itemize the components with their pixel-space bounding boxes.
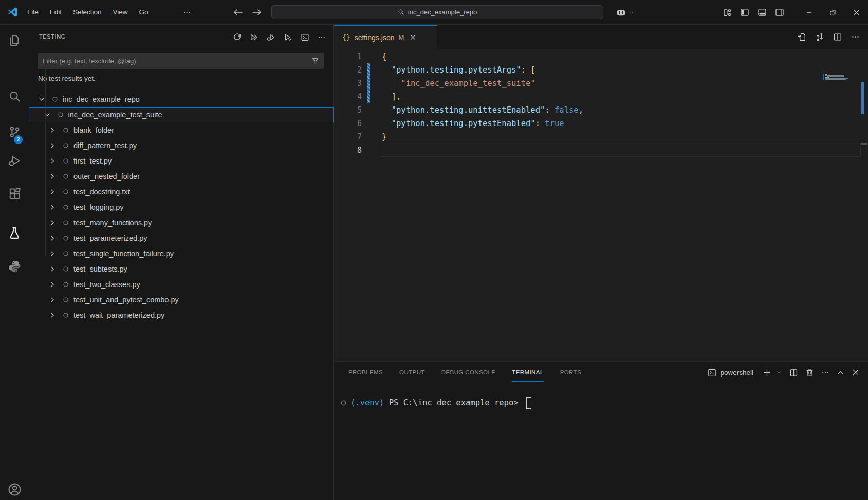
customize-layout-icon[interactable] [718, 0, 736, 25]
extensions-icon[interactable] [0, 180, 29, 207]
test-tree-item[interactable]: test_parameterized.py [29, 230, 334, 246]
chevron-icon[interactable] [48, 249, 57, 258]
test-tree-item[interactable]: test_many_functions.py [29, 215, 334, 230]
scrollbar-change-marker[interactable] [861, 82, 864, 114]
code-line[interactable]: 4 ], [334, 90, 868, 103]
run-debug-icon[interactable] [0, 147, 29, 174]
run-tests-icon[interactable] [249, 32, 259, 42]
coverage-tests-icon[interactable] [283, 32, 293, 42]
test-tree-item[interactable]: test_subtests.py [29, 261, 334, 277]
chevron-icon[interactable] [38, 95, 46, 103]
code-line[interactable]: 3 "inc_dec_example_test_suite" [334, 77, 868, 90]
chevron-icon[interactable] [48, 157, 57, 165]
code-line[interactable]: 7 } [334, 130, 868, 144]
code-editor[interactable]: 1 { 2 "python.testing.pytestArgs": [ 3 "… [334, 49, 868, 361]
code-line[interactable]: 6 "python.testing.pytestEnabled": true [334, 117, 868, 130]
open-changes-icon[interactable] [797, 32, 806, 42]
more-actions-icon[interactable] [821, 368, 829, 377]
panel-tab-ports[interactable]: PORTS [552, 362, 589, 383]
test-tree-item[interactable]: outer_nested_folder [29, 169, 334, 184]
command-decoration-icon[interactable] [340, 400, 347, 406]
more-actions-icon[interactable] [851, 32, 860, 41]
panel-tab-output[interactable]: OUTPUT [391, 362, 433, 383]
chevron-icon[interactable] [48, 141, 57, 150]
panel-tab-problems[interactable]: PROBLEMS [340, 362, 391, 383]
close-panel-icon[interactable] [852, 368, 860, 377]
tab-settings-json[interactable]: {} settings.json M [334, 25, 437, 49]
test-tree-item[interactable]: test_single_function_failure.py [29, 246, 334, 261]
funnel-filter-icon[interactable] [311, 57, 319, 65]
toggle-panel-icon[interactable] [753, 0, 771, 25]
toggle-sidebar-icon[interactable] [736, 0, 753, 25]
panel-tab-debug-console[interactable]: DEBUG CONSOLE [433, 362, 504, 383]
terminal-prompt-line[interactable]: (.venv) PS C:\inc_dec_example_repo> [340, 396, 531, 409]
terminal-profile[interactable]: powershell [708, 368, 753, 377]
python-icon[interactable] [0, 253, 29, 280]
test-filter-input[interactable] [38, 57, 311, 65]
test-tree-item[interactable]: test_two_classes.py [29, 277, 334, 292]
account-icon[interactable] [0, 476, 29, 500]
chevron-icon[interactable] [48, 234, 57, 242]
chevron-icon[interactable] [48, 188, 57, 196]
chevron-icon[interactable] [48, 311, 57, 319]
swap-editors-icon[interactable] [815, 32, 824, 42]
test-tree-item[interactable]: test_wait_parameterized.py [29, 308, 334, 323]
menu-view[interactable]: View [107, 0, 134, 25]
more-actions-icon[interactable] [317, 32, 327, 42]
minimap[interactable] [821, 73, 854, 108]
debug-tests-icon[interactable] [266, 32, 276, 42]
command-center-value: inc_dec_example_repo [408, 8, 477, 16]
panel-tab-terminal[interactable]: TERMINAL [504, 362, 551, 383]
code-line[interactable]: 8 [334, 144, 868, 157]
test-tree-item[interactable]: inc_dec_example_test_suite [29, 107, 334, 122]
source-control-icon[interactable]: 2 [0, 118, 29, 145]
command-center-search[interactable]: inc_dec_example_repo [271, 5, 603, 19]
chevron-icon[interactable] [48, 265, 57, 273]
chevron-icon[interactable] [48, 296, 57, 304]
close-icon[interactable] [844, 0, 868, 25]
scm-badge: 2 [14, 135, 23, 144]
refresh-tests-icon[interactable] [232, 32, 242, 42]
test-tree-item[interactable]: test_docstring.txt [29, 184, 334, 200]
more-menus-icon[interactable] [178, 0, 196, 25]
menu-selection[interactable]: Selection [67, 0, 107, 25]
test-tree-item[interactable]: test_unit_and_pytest_combo.py [29, 292, 334, 308]
split-terminal-icon[interactable] [789, 368, 798, 377]
minimize-icon[interactable] [797, 0, 821, 25]
chevron-icon[interactable] [48, 126, 57, 134]
test-status-circle-icon [63, 297, 69, 303]
explorer-icon[interactable] [0, 27, 29, 53]
chevron-icon[interactable] [48, 219, 57, 227]
restore-icon[interactable] [821, 0, 844, 25]
test-tree-item[interactable]: test_logging.py [29, 200, 334, 215]
test-tree-item[interactable]: inc_dec_example_repo [29, 92, 334, 107]
menu-edit[interactable]: Edit [44, 0, 67, 25]
maximize-panel-icon[interactable] [837, 369, 844, 377]
show-output-icon[interactable] [300, 32, 310, 42]
terminal-icon [708, 368, 716, 377]
code-line[interactable]: 5 "python.testing.unittestEnabled": fals… [334, 103, 868, 117]
chevron-icon[interactable] [43, 111, 51, 119]
toggle-secondary-sidebar-icon[interactable] [771, 0, 788, 25]
kill-terminal-icon[interactable] [805, 368, 814, 377]
line-content: "python.testing.unittestEnabled": false, [362, 105, 868, 115]
testing-icon[interactable] [0, 220, 29, 246]
menu-file[interactable]: File [22, 0, 44, 25]
code-line[interactable]: 1 { [334, 50, 868, 63]
test-tree-item[interactable]: blank_folder [29, 122, 334, 138]
split-editor-icon[interactable] [833, 32, 842, 42]
test-tree-item[interactable]: diff_pattern_test.py [29, 138, 334, 153]
terminal-profile-dropdown-icon[interactable] [775, 369, 782, 376]
chevron-icon[interactable] [48, 172, 57, 181]
test-tree-item[interactable]: first_test.py [29, 153, 334, 169]
chevron-icon[interactable] [48, 203, 57, 211]
menu-go[interactable]: Go [134, 0, 154, 25]
new-terminal-icon[interactable] [763, 368, 771, 377]
code-line[interactable]: 2 "python.testing.pytestArgs": [ [334, 63, 868, 77]
search-icon[interactable] [0, 83, 29, 110]
chevron-icon[interactable] [48, 280, 57, 289]
tab-close-icon[interactable] [409, 33, 417, 41]
forward-arrow-icon[interactable] [250, 6, 264, 19]
copilot-button[interactable] [616, 0, 634, 25]
back-arrow-icon[interactable] [231, 6, 245, 19]
